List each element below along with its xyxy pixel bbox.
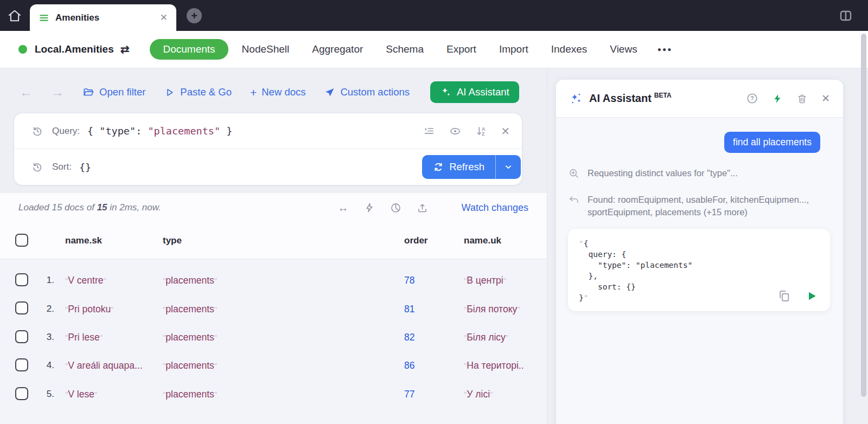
table-row[interactable]: 5. "V lese" "placements" 77 "У лісі" xyxy=(0,380,547,408)
row-checkbox[interactable] xyxy=(15,330,28,343)
query-history-icon[interactable] xyxy=(31,125,43,137)
table-row[interactable]: 1. "V centre" "placements" 78 "В центрі" xyxy=(0,266,547,294)
svg-text:?: ? xyxy=(750,95,754,101)
tab-indexes[interactable]: Indexes xyxy=(540,38,599,60)
tab-nodeshell[interactable]: NodeShell xyxy=(231,38,301,60)
cell-name-sk: "V centre" xyxy=(65,275,106,286)
vertical-scrollbar[interactable] xyxy=(861,34,866,397)
select-all-checkbox[interactable] xyxy=(15,234,28,247)
folder-open-icon xyxy=(82,86,94,98)
row-checkbox[interactable] xyxy=(15,273,28,286)
column-header-order[interactable]: order xyxy=(404,235,427,246)
refresh-label: Refresh xyxy=(449,161,484,173)
table-row[interactable]: 4. "V areáli aquapa... "placements" 86 "… xyxy=(0,351,547,380)
ai-assistant-panel-area: AI Assistant BETA ? ✕ xyxy=(547,68,868,424)
paste-and-go-button[interactable]: Paste & Go xyxy=(164,86,232,98)
documents-view: ← → Open filter Paste & Go + New docs xyxy=(0,68,547,424)
tab-import[interactable]: Import xyxy=(488,38,540,60)
tab-views[interactable]: Views xyxy=(598,38,648,60)
load-status-text: Loaded 15 docs of 15 in 2ms, now. xyxy=(18,202,161,213)
connection-status-dot xyxy=(18,45,27,54)
ai-assistant-button[interactable]: AI Assistant xyxy=(430,81,519,103)
cell-name-sk: "Pri potoku" xyxy=(65,303,113,314)
window-titlebar: Amenities ✕ + xyxy=(0,0,868,31)
preview-eye-icon[interactable] xyxy=(449,125,462,137)
cell-name-uk: "Біля лісу" xyxy=(464,331,508,343)
ai-assistant-panel: AI Assistant BETA ? ✕ xyxy=(556,80,843,424)
new-docs-button[interactable]: + New docs xyxy=(250,86,306,98)
play-outline-icon xyxy=(164,87,175,98)
column-header-name-uk[interactable]: name.uk xyxy=(464,235,501,246)
documents-table: 1. "V centre" "placements" 78 "В центрі"… xyxy=(0,259,547,424)
results-header-band: Loaded 15 docs of 15 in 2ms, now. ↔ Watc… xyxy=(0,193,547,259)
row-checkbox[interactable] xyxy=(15,301,28,314)
column-header-name-sk[interactable]: name.sk xyxy=(65,235,102,246)
tab-close-icon[interactable]: ✕ xyxy=(160,12,168,23)
open-filter-button[interactable]: Open filter xyxy=(82,86,145,98)
search-step-icon xyxy=(568,168,580,179)
paste-and-go-label: Paste & Go xyxy=(180,86,232,98)
connection-name[interactable]: Local.Amenities xyxy=(35,43,114,55)
quick-actions-bolt-icon[interactable] xyxy=(772,93,783,105)
close-panel-icon[interactable]: ✕ xyxy=(821,92,830,105)
format-query-icon[interactable] xyxy=(423,125,435,137)
cell-order: 81 xyxy=(404,303,414,314)
split-view-button[interactable] xyxy=(839,9,853,22)
query-label: Query: xyxy=(52,126,80,137)
switch-collection-icon[interactable]: ⇄ xyxy=(120,43,130,56)
sparkle-icon xyxy=(569,92,583,106)
cell-order: 78 xyxy=(404,275,414,286)
refresh-button[interactable]: Refresh xyxy=(422,155,496,179)
tab-schema[interactable]: Schema xyxy=(374,38,435,60)
sort-row: Sort: {} Refresh xyxy=(14,149,522,185)
ai-code-suggestion-card: "{ query: { "type": "placements" }, sort… xyxy=(568,229,830,311)
column-header-type[interactable]: type xyxy=(163,235,182,246)
home-button[interactable] xyxy=(7,8,23,24)
tab-export[interactable]: Export xyxy=(435,38,488,60)
home-icon xyxy=(7,8,23,24)
copy-icon[interactable] xyxy=(777,289,791,303)
history-forward-icon[interactable]: → xyxy=(51,86,64,99)
help-icon[interactable]: ? xyxy=(746,92,758,105)
collection-tabs: Documents NodeShell Aggregator Schema Ex… xyxy=(150,38,681,60)
run-query-play-icon[interactable] xyxy=(805,290,818,303)
row-number: 2. xyxy=(34,304,54,314)
sort-az-icon[interactable]: A Z xyxy=(475,125,487,137)
tab-documents[interactable]: Documents xyxy=(150,39,228,60)
clear-query-icon[interactable]: ✕ xyxy=(501,125,510,138)
row-checkbox[interactable] xyxy=(15,358,28,371)
table-row[interactable]: 3. "Pri lese" "placements" 82 "Біля лісу… xyxy=(0,323,547,351)
ai-panel-header: AI Assistant BETA ? ✕ xyxy=(556,80,843,118)
cell-type: "placements" xyxy=(163,275,217,286)
cell-order: 86 xyxy=(404,360,414,371)
query-input[interactable]: { "type": "placements" } xyxy=(87,125,232,137)
cell-name-sk: "Pri lese" xyxy=(65,331,103,343)
performance-bolt-icon[interactable] xyxy=(364,202,375,213)
ai-step-text: Found: roomEquipment, usableFor, kitchen… xyxy=(588,194,809,219)
tab-aggregator[interactable]: Aggregator xyxy=(301,38,374,60)
export-upload-icon[interactable] xyxy=(417,202,428,214)
sort-label: Sort: xyxy=(52,162,72,172)
sort-history-icon[interactable] xyxy=(31,161,43,173)
sort-input[interactable]: {} xyxy=(79,162,91,173)
cell-name-sk: "V areáli aquapa... xyxy=(65,360,143,371)
stats-pie-icon[interactable] xyxy=(390,202,401,214)
watch-changes-link[interactable]: Watch changes xyxy=(462,202,528,214)
table-row[interactable]: 2. "Pri potoku" "placements" 81 "Біля по… xyxy=(0,294,547,323)
plus-icon: + xyxy=(250,87,257,98)
ai-chat-area: find all placements Requesting distinct … xyxy=(556,118,843,311)
clear-chat-trash-icon[interactable] xyxy=(796,93,808,105)
expand-columns-icon[interactable]: ↔ xyxy=(338,202,349,213)
row-checkbox[interactable] xyxy=(15,387,28,400)
new-tab-button[interactable]: + xyxy=(187,8,202,23)
cell-name-sk: "V lese" xyxy=(65,388,97,400)
beta-badge: BETA xyxy=(654,92,672,99)
cell-order: 82 xyxy=(404,331,414,343)
custom-actions-button[interactable]: Custom actions xyxy=(324,86,410,98)
tab-amenities[interactable]: Amenities ✕ xyxy=(30,4,176,31)
more-tabs-icon[interactable]: ●●● xyxy=(649,41,681,58)
sparkle-icon xyxy=(440,86,452,98)
cell-name-uk: "Біля потоку" xyxy=(464,303,520,314)
history-back-icon[interactable]: ← xyxy=(20,86,33,99)
refresh-options-button[interactable] xyxy=(496,155,521,179)
